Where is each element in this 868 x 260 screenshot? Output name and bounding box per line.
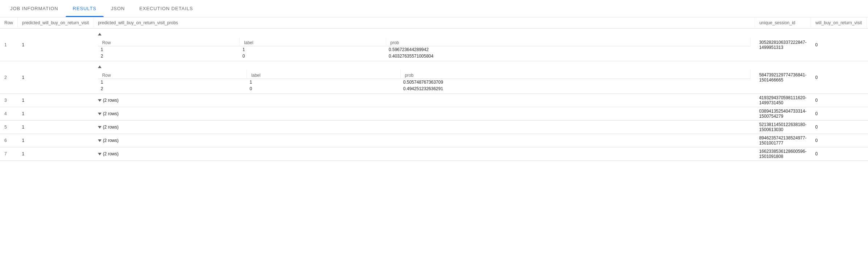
col-header-predicted: predicted_will_buy_on_return_visit — [18, 17, 94, 29]
table-row: 41(2 rows)0389413525404733314-1500754279… — [0, 107, 868, 121]
cell-will-buy: 0 — [811, 29, 866, 61]
expand-arrow-icon[interactable] — [98, 113, 102, 115]
col-header-session: unique_session_id — [755, 17, 811, 29]
cell-predicted: 1 — [18, 107, 94, 121]
cell-session-id: 5213811450122638180-1500613030 — [755, 121, 811, 134]
cell-session-id: 3052828106337222847-1499951313 — [755, 29, 811, 61]
collapse-arrow-icon[interactable] — [98, 66, 102, 68]
cell-ecommerce: 6 — [867, 61, 868, 94]
cell-ecommerce: 6 — [867, 29, 868, 61]
cell-row-num: 2 — [0, 61, 18, 94]
tab-execution-details[interactable]: EXECUTION DETAILS — [132, 0, 200, 17]
cell-predicted: 1 — [18, 29, 94, 61]
cell-session-id: 4193294370598111620-1499731450 — [755, 94, 811, 107]
cell-predicted: 1 — [18, 61, 94, 94]
col-header-probs: predicted_will_buy_on_return_visit_probs — [94, 17, 755, 29]
col-header-ecommerce: latest_ecommerce_progress — [867, 17, 868, 29]
cell-probs: (2 rows) — [94, 147, 755, 161]
table-row: 71(2 rows)1662338536128600596-1501091808… — [0, 147, 868, 161]
probs-collapsed-label: (2 rows) — [103, 111, 119, 116]
cell-ecommerce: 6 — [867, 121, 868, 134]
table-row: 31(2 rows)4193294370598111620-1499731450… — [0, 94, 868, 107]
cell-ecommerce: 6 — [867, 107, 868, 121]
table-row: 21Rowlabelprob110.505748767363709200.494… — [0, 61, 868, 94]
tab-bar: JOB INFORMATION RESULTS JSON EXECUTION D… — [0, 0, 868, 17]
table-row: 51(2 rows)5213811450122638180-1500613030… — [0, 121, 868, 134]
cell-ecommerce: 6 — [867, 147, 868, 161]
expand-arrow-icon[interactable] — [98, 153, 102, 155]
cell-session-id: 8946235742138524977-1501001777 — [755, 134, 811, 147]
tab-json[interactable]: JSON — [104, 0, 132, 17]
expand-arrow-icon[interactable] — [98, 126, 102, 129]
table-header-row: Row predicted_will_buy_on_return_visit p… — [0, 17, 868, 29]
probs-collapsed-label: (2 rows) — [103, 138, 119, 143]
cell-will-buy: 0 — [811, 147, 866, 161]
table-row: 61(2 rows)8946235742138524977-1501001777… — [0, 134, 868, 147]
probs-collapsed-label: (2 rows) — [103, 98, 119, 103]
cell-will-buy: 0 — [811, 121, 866, 134]
probs-collapsed-label: (2 rows) — [103, 151, 119, 156]
cell-will-buy: 0 — [811, 94, 866, 107]
col-header-will-buy: will_buy_on_return_visit — [811, 17, 866, 29]
cell-probs: (2 rows) — [94, 107, 755, 121]
results-table: Row predicted_will_buy_on_return_visit p… — [0, 17, 868, 161]
cell-ecommerce: 4 — [867, 134, 868, 147]
cell-will-buy: 0 — [811, 107, 866, 121]
cell-row-num: 6 — [0, 134, 18, 147]
cell-predicted: 1 — [18, 134, 94, 147]
cell-row-num: 5 — [0, 121, 18, 134]
tab-results[interactable]: RESULTS — [66, 0, 104, 17]
cell-row-num: 3 — [0, 94, 18, 107]
cell-predicted: 1 — [18, 147, 94, 161]
col-header-row: Row — [0, 17, 18, 29]
cell-row-num: 7 — [0, 147, 18, 161]
cell-ecommerce: 4 — [867, 94, 868, 107]
collapse-arrow-icon[interactable] — [98, 33, 102, 35]
cell-probs: Rowlabelprob110.505748767363709200.49425… — [94, 61, 755, 94]
cell-probs: Rowlabelprob110.596723644289942200.40327… — [94, 29, 755, 61]
tab-job-information[interactable]: JOB INFORMATION — [3, 0, 66, 17]
cell-session-id: 0389413525404733314-1500754279 — [755, 107, 811, 121]
probs-collapsed-label: (2 rows) — [103, 125, 119, 130]
table-row: 11Rowlabelprob110.596723644289942200.403… — [0, 29, 868, 61]
cell-row-num: 1 — [0, 29, 18, 61]
cell-will-buy: 0 — [811, 61, 866, 94]
expand-arrow-icon[interactable] — [98, 139, 102, 142]
cell-probs: (2 rows) — [94, 134, 755, 147]
cell-session-id: 1662338536128600596-1501091808 — [755, 147, 811, 161]
cell-row-num: 4 — [0, 107, 18, 121]
cell-predicted: 1 — [18, 94, 94, 107]
cell-probs: (2 rows) — [94, 94, 755, 107]
expand-arrow-icon[interactable] — [98, 99, 102, 102]
cell-will-buy: 0 — [811, 134, 866, 147]
cell-session-id: 5847392129774736841-1501466665 — [755, 61, 811, 94]
cell-predicted: 1 — [18, 121, 94, 134]
cell-probs: (2 rows) — [94, 121, 755, 134]
table-container: Row predicted_will_buy_on_return_visit p… — [0, 17, 868, 161]
